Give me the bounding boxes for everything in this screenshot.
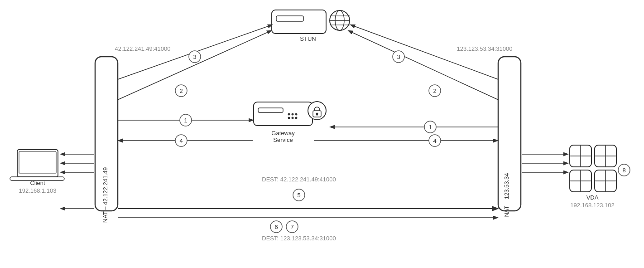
svg-text:123.123.53.34:31000: 123.123.53.34:31000 — [457, 45, 513, 52]
svg-point-11 — [288, 113, 290, 116]
svg-rect-22 — [19, 151, 56, 173]
svg-text:3: 3 — [397, 54, 400, 60]
svg-text:192.168.123.102: 192.168.123.102 — [570, 202, 615, 209]
svg-text:4: 4 — [179, 137, 183, 144]
svg-point-14 — [288, 117, 290, 119]
svg-line-41 — [351, 25, 498, 79]
svg-text:NAT – 123.53.34: NAT – 123.53.34 — [503, 173, 510, 217]
svg-rect-10 — [258, 108, 283, 112]
svg-text:6: 6 — [274, 224, 278, 230]
svg-text:2: 2 — [433, 88, 436, 94]
svg-rect-9 — [254, 102, 312, 126]
svg-text:42.122.241.49:41000: 42.122.241.49:41000 — [115, 45, 171, 52]
svg-line-38 — [118, 31, 271, 100]
svg-text:1: 1 — [184, 117, 187, 124]
svg-text:4: 4 — [433, 137, 436, 144]
svg-rect-2 — [272, 10, 326, 34]
svg-text:3: 3 — [193, 54, 196, 60]
svg-text:5: 5 — [297, 192, 300, 199]
svg-text:192.168.1.103: 192.168.1.103 — [19, 187, 56, 194]
svg-text:DEST: 123.123.53.34:31000: DEST: 123.123.53.34:31000 — [262, 235, 336, 242]
svg-point-13 — [295, 113, 298, 116]
svg-text:VDA: VDA — [586, 194, 599, 201]
svg-line-39 — [349, 31, 498, 100]
svg-text:7: 7 — [290, 224, 293, 230]
diagram: 1 1 2 2 3 3 4 4 5 6 7 8 NAT – — [0, 0, 644, 268]
svg-text:Client: Client — [30, 180, 45, 186]
svg-text:Gateway: Gateway — [271, 130, 295, 136]
svg-point-15 — [292, 117, 294, 119]
svg-point-16 — [295, 117, 298, 119]
svg-text:8: 8 — [622, 167, 625, 174]
svg-text:NAT – 42.122.241.49: NAT – 42.122.241.49 — [102, 167, 109, 223]
svg-text:1: 1 — [428, 124, 432, 131]
svg-text:Service: Service — [273, 136, 293, 143]
main-svg: 1 1 2 2 3 3 4 4 5 6 7 8 NAT – — [0, 0, 644, 268]
svg-text:2: 2 — [179, 88, 183, 94]
svg-text:DEST: 42.122.241.49:41000: DEST: 42.122.241.49:41000 — [262, 176, 336, 183]
svg-text:STUN: STUN — [300, 35, 316, 42]
svg-point-12 — [292, 113, 294, 116]
svg-rect-3 — [276, 16, 303, 21]
